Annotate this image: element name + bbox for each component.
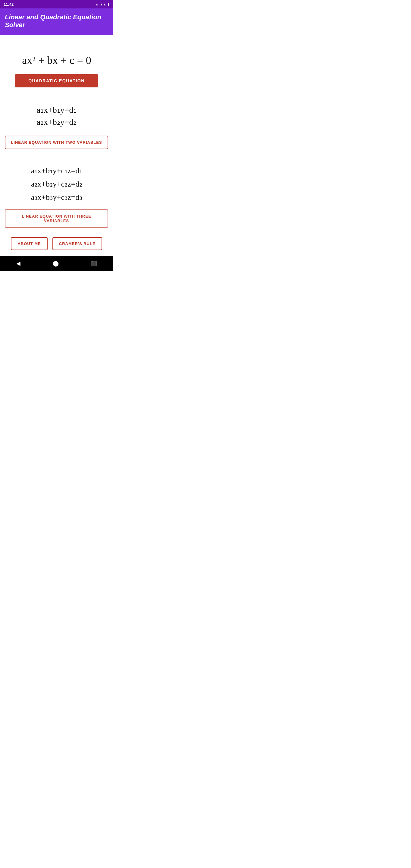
svg-text:a₁x+b₁y+c₁z=d₁: a₁x+b₁y+c₁z=d₁ <box>31 166 82 175</box>
status-icons: ▲ ▲▲ ▮ <box>95 2 109 6</box>
svg-text:ax² + bx + c = 0: ax² + bx + c = 0 <box>22 54 91 66</box>
quadratic-formula-container: ax² + bx + c = 0 <box>5 41 108 74</box>
status-time: 11:42 <box>4 2 13 7</box>
cramers-rule-button[interactable]: CRAMER'S RULE <box>53 237 102 250</box>
status-bar: 11:42 ▲ ▲▲ ▮ <box>0 0 113 8</box>
about-me-button[interactable]: ABOUT ME <box>11 237 47 250</box>
app-title: Linear and Quadratic Equation Solver <box>5 13 108 29</box>
linear-three-formula-svg: a₁x+b₁y+c₁z=d₁ a₂x+b₂y+c₂z=d₂ a₃x+b₃y+c₃… <box>8 162 105 205</box>
linear-three-formula-container: a₁x+b₁y+c₁z=d₁ a₂x+b₂y+c₂z=d₂ a₃x+b₃y+c₃… <box>5 155 108 210</box>
battery-icon: ▮ <box>107 2 109 6</box>
main-content: ax² + bx + c = 0 QUADRATIC EQUATION a₁x+… <box>0 35 113 256</box>
linear-three-button[interactable]: LINEAR EQUATION WITH THREE VARIABLES <box>5 210 108 227</box>
linear-two-formula-container: a₁x+b₁y=d₁ a₂x+b₂y=d₂ <box>5 93 108 135</box>
linear-two-section: a₁x+b₁y=d₁ a₂x+b₂y=d₂ LINEAR EQUATION WI… <box>5 93 108 155</box>
linear-two-button[interactable]: LINEAR EQUATION WITH TWO VARIABLES <box>5 135 108 149</box>
nav-bar: ◀ ⬤ ⬛ <box>0 256 113 271</box>
home-button[interactable]: ⬤ <box>53 260 59 267</box>
linear-two-formula-svg: a₁x+b₁y=d₁ a₂x+b₂y=d₂ <box>11 101 102 131</box>
bottom-buttons-row: ABOUT ME CRAMER'S RULE <box>5 237 108 250</box>
back-button[interactable]: ◀ <box>16 260 21 267</box>
wifi-icon: ▲ <box>95 2 98 6</box>
svg-text:a₁x+b₁y=d₁: a₁x+b₁y=d₁ <box>36 105 76 115</box>
quadratic-formula-svg: ax² + bx + c = 0 <box>14 48 99 69</box>
linear-three-section: a₁x+b₁y+c₁z=d₁ a₂x+b₂y+c₂z=d₂ a₃x+b₃y+c₃… <box>5 155 108 232</box>
recents-button[interactable]: ⬛ <box>91 261 97 267</box>
svg-text:a₃x+b₃y+c₃z=d₃: a₃x+b₃y+c₃z=d₃ <box>31 193 82 202</box>
quadratic-equation-button[interactable]: QUADRATIC EQUATION <box>15 74 98 87</box>
quadratic-section: ax² + bx + c = 0 QUADRATIC EQUATION <box>5 41 108 93</box>
svg-text:a₂x+b₂y=d₂: a₂x+b₂y=d₂ <box>36 117 76 127</box>
svg-text:a₂x+b₂y+c₂z=d₂: a₂x+b₂y+c₂z=d₂ <box>31 180 82 188</box>
app-header: Linear and Quadratic Equation Solver <box>0 8 113 35</box>
signal-icon: ▲▲ <box>100 2 106 6</box>
